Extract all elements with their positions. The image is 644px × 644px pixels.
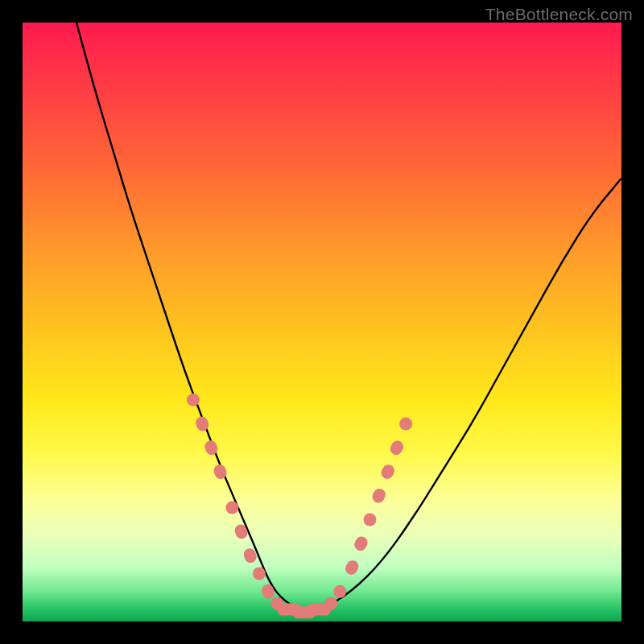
curve-marker	[260, 583, 276, 601]
bottleneck-curve	[76, 23, 621, 609]
curve-marker	[225, 502, 238, 514]
chart-svg	[23, 23, 621, 621]
curve-marker	[379, 463, 397, 481]
curve-layer	[76, 23, 621, 609]
curve-marker	[364, 514, 377, 526]
curve-marker	[194, 415, 210, 432]
chart-frame: TheBottleneck.com	[0, 0, 644, 644]
curve-marker	[353, 535, 370, 553]
marker-layer	[187, 394, 412, 619]
watermark-text: TheBottleneck.com	[485, 5, 633, 24]
curve-marker	[333, 585, 346, 598]
curve-marker	[399, 418, 412, 431]
curve-marker	[233, 522, 249, 540]
curve-marker	[203, 439, 219, 456]
plot-area	[23, 23, 621, 621]
curve-marker	[253, 568, 266, 580]
curve-marker	[388, 439, 406, 457]
curve-marker	[324, 597, 337, 610]
curve-marker	[187, 394, 200, 407]
curve-marker	[343, 559, 361, 577]
curve-marker	[370, 486, 388, 505]
